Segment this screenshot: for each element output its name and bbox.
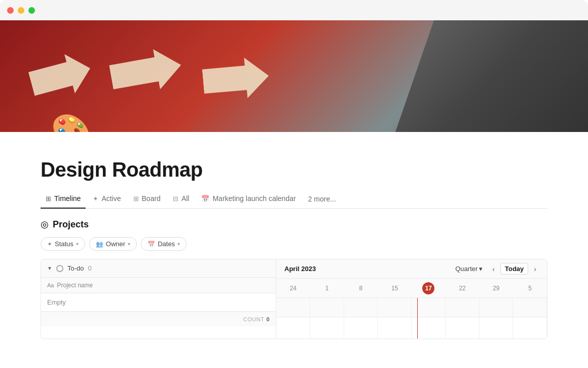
hero-banner: 🎨 <box>0 20 588 132</box>
date-15: 15 <box>391 285 398 292</box>
tab-all[interactable]: ⊟ All <box>168 189 195 209</box>
date-col-17: 17 <box>412 282 446 294</box>
timeline-next-button[interactable]: › <box>531 263 539 275</box>
date-col-29: 29 <box>480 285 513 292</box>
table-container: ▼ To-do 0 Aa Project name Empty COUNT <box>41 259 547 339</box>
title-section: Design Roadmap <box>41 132 547 189</box>
tab-timeline[interactable]: ⊞ Timeline <box>41 189 86 209</box>
grid-col-1 <box>276 298 310 339</box>
filter-dates-button[interactable]: 📅 Dates ▾ <box>141 237 187 251</box>
count-value: 0 <box>266 316 270 322</box>
tab-active[interactable]: ✦ Active <box>88 189 126 209</box>
table-row: Empty <box>41 293 276 312</box>
timeline-controls: Quarter ▾ ‹ Today › <box>451 263 539 275</box>
minimize-button[interactable] <box>18 7 24 14</box>
group-label: To-do <box>67 264 84 272</box>
section-title: Projects <box>53 219 89 230</box>
timeline-header: April 2023 Quarter ▾ ‹ Today › <box>276 259 547 279</box>
page-title: Design Roadmap <box>41 158 547 181</box>
column-header: Aa Project name <box>41 278 276 293</box>
timeline-panel: April 2023 Quarter ▾ ‹ Today › 24 <box>276 259 547 339</box>
today-date-circle: 17 <box>422 282 434 294</box>
timeline-body <box>276 298 547 339</box>
owner-filter-icon: 👥 <box>96 241 103 248</box>
date-22: 22 <box>459 285 465 292</box>
maximize-button[interactable] <box>28 7 35 14</box>
active-tab-icon: ✦ <box>93 195 98 203</box>
grid-col-7 <box>480 298 513 339</box>
date-col-5: 5 <box>513 285 547 292</box>
tab-board[interactable]: ⊞ Board <box>128 189 166 209</box>
tab-all-label: All <box>181 194 190 203</box>
status-chevron-icon: ▾ <box>76 241 79 247</box>
dates-filter-icon: 📅 <box>148 241 155 248</box>
date-24: 24 <box>290 285 297 292</box>
grid-col-3 <box>344 298 378 339</box>
grid-col-6 <box>446 298 480 339</box>
tab-marketing[interactable]: 📅 Marketing launch calendar <box>196 189 301 209</box>
projects-icon: ◎ <box>41 219 49 230</box>
col-header-icon: Aa <box>47 282 54 288</box>
date-col-1: 1 <box>310 285 344 292</box>
filter-owner-button[interactable]: 👥 Owner ▾ <box>89 237 137 251</box>
date-8: 8 <box>359 285 363 292</box>
date-columns: 24 1 8 15 17 22 <box>276 279 547 298</box>
timeline-prev-button[interactable]: ‹ <box>490 263 497 275</box>
tab-more[interactable]: 2 more... <box>303 190 341 208</box>
quarter-label: Quarter <box>455 265 477 273</box>
date-col-15: 15 <box>378 285 412 292</box>
close-button[interactable] <box>7 7 14 14</box>
tab-active-label: Active <box>101 194 121 203</box>
tab-board-label: Board <box>142 194 161 203</box>
quarter-chevron-icon: ▾ <box>479 265 483 273</box>
date-col-22: 22 <box>446 285 480 292</box>
grid-col-4 <box>378 298 412 339</box>
owner-chevron-icon: ▾ <box>128 241 130 247</box>
tabs-row: ⊞ Timeline ✦ Active ⊞ Board ⊟ All 📅 Mark… <box>41 189 547 209</box>
date-col-8: 8 <box>344 285 378 292</box>
count-label: COUNT <box>243 316 265 322</box>
group-header: ▼ To-do 0 <box>41 259 276 278</box>
marketing-tab-icon: 📅 <box>201 195 209 203</box>
today-button[interactable]: Today <box>500 263 528 275</box>
main-content: Design Roadmap ⊞ Timeline ✦ Active ⊞ Boa… <box>0 132 588 339</box>
timeline-tab-icon: ⊞ <box>46 195 51 203</box>
empty-row-label: Empty <box>47 298 66 306</box>
quarter-button[interactable]: Quarter ▾ <box>451 263 487 274</box>
status-filter-icon: ✦ <box>47 241 52 248</box>
today-line <box>417 298 418 339</box>
board-tab-icon: ⊞ <box>133 195 139 203</box>
col-header-label: Project name <box>57 282 93 289</box>
page-emoji: 🎨 <box>51 115 91 132</box>
titlebar <box>0 0 588 20</box>
collapse-arrow-icon[interactable]: ▼ <box>47 265 52 271</box>
tab-timeline-label: Timeline <box>54 194 81 203</box>
date-col-24: 24 <box>276 285 310 292</box>
table-left: ▼ To-do 0 Aa Project name Empty COUNT <box>41 259 276 339</box>
todo-status-circle <box>56 265 63 272</box>
all-tab-icon: ⊟ <box>173 195 178 203</box>
dates-chevron-icon: ▾ <box>177 241 180 247</box>
grid-lines <box>276 298 547 339</box>
filter-dates-label: Dates <box>158 240 175 248</box>
filter-row: ✦ Status ▾ 👥 Owner ▾ 📅 Dates ▾ <box>41 237 547 251</box>
tab-marketing-label: Marketing launch calendar <box>212 194 296 203</box>
arrow-2 <box>107 45 185 97</box>
grid-col-8 <box>513 298 547 339</box>
count-row: COUNT 0 <box>41 312 276 326</box>
date-5: 5 <box>528 285 532 292</box>
date-29: 29 <box>493 285 499 292</box>
filter-status-button[interactable]: ✦ Status ▾ <box>41 237 85 251</box>
grid-col-2 <box>310 298 344 339</box>
group-count: 0 <box>88 264 91 272</box>
arrow-3 <box>201 55 270 102</box>
month-label: April 2023 <box>284 265 316 273</box>
projects-section: ◎ Projects ✦ Status ▾ 👥 Owner ▾ 📅 Dates … <box>41 219 547 339</box>
date-1: 1 <box>325 285 329 292</box>
filter-owner-label: Owner <box>106 240 125 248</box>
arrow-1 <box>26 49 96 104</box>
section-header: ◎ Projects <box>41 219 547 230</box>
filter-status-label: Status <box>55 240 74 248</box>
